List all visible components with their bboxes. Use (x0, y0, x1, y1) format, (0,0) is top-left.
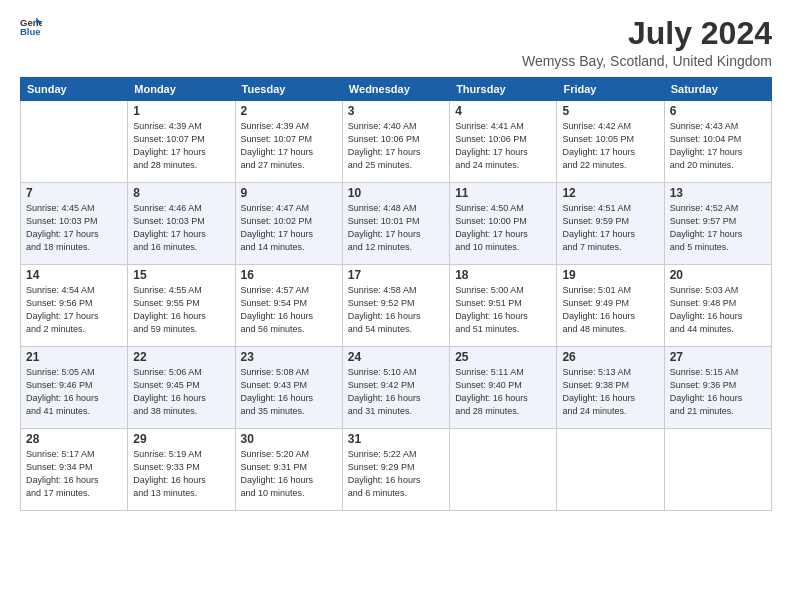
table-row: 3Sunrise: 4:40 AMSunset: 10:06 PMDayligh… (342, 101, 449, 183)
day-number: 23 (241, 350, 337, 364)
day-number: 7 (26, 186, 122, 200)
table-row: 7Sunrise: 4:45 AMSunset: 10:03 PMDayligh… (21, 183, 128, 265)
day-number: 14 (26, 268, 122, 282)
table-row (664, 429, 771, 511)
page: General Blue July 2024 Wemyss Bay, Scotl… (0, 0, 792, 612)
table-row (557, 429, 664, 511)
table-row: 9Sunrise: 4:47 AMSunset: 10:02 PMDayligh… (235, 183, 342, 265)
table-row: 22Sunrise: 5:06 AMSunset: 9:45 PMDayligh… (128, 347, 235, 429)
day-number: 4 (455, 104, 551, 118)
day-info: Sunrise: 5:03 AMSunset: 9:48 PMDaylight:… (670, 284, 766, 336)
day-info: Sunrise: 5:19 AMSunset: 9:33 PMDaylight:… (133, 448, 229, 500)
table-row: 19Sunrise: 5:01 AMSunset: 9:49 PMDayligh… (557, 265, 664, 347)
calendar-table: Sunday Monday Tuesday Wednesday Thursday… (20, 77, 772, 511)
table-row: 29Sunrise: 5:19 AMSunset: 9:33 PMDayligh… (128, 429, 235, 511)
day-info: Sunrise: 4:39 AMSunset: 10:07 PMDaylight… (133, 120, 229, 172)
table-row: 5Sunrise: 4:42 AMSunset: 10:05 PMDayligh… (557, 101, 664, 183)
day-number: 20 (670, 268, 766, 282)
day-number: 1 (133, 104, 229, 118)
day-info: Sunrise: 5:13 AMSunset: 9:38 PMDaylight:… (562, 366, 658, 418)
day-info: Sunrise: 5:17 AMSunset: 9:34 PMDaylight:… (26, 448, 122, 500)
day-info: Sunrise: 4:50 AMSunset: 10:00 PMDaylight… (455, 202, 551, 254)
day-info: Sunrise: 5:11 AMSunset: 9:40 PMDaylight:… (455, 366, 551, 418)
day-number: 2 (241, 104, 337, 118)
table-row: 11Sunrise: 4:50 AMSunset: 10:00 PMDaylig… (450, 183, 557, 265)
header: General Blue July 2024 Wemyss Bay, Scotl… (20, 16, 772, 69)
calendar-week-row: 28Sunrise: 5:17 AMSunset: 9:34 PMDayligh… (21, 429, 772, 511)
day-info: Sunrise: 4:54 AMSunset: 9:56 PMDaylight:… (26, 284, 122, 336)
table-row: 30Sunrise: 5:20 AMSunset: 9:31 PMDayligh… (235, 429, 342, 511)
table-row (21, 101, 128, 183)
table-row: 21Sunrise: 5:05 AMSunset: 9:46 PMDayligh… (21, 347, 128, 429)
table-row: 10Sunrise: 4:48 AMSunset: 10:01 PMDaylig… (342, 183, 449, 265)
calendar-week-row: 1Sunrise: 4:39 AMSunset: 10:07 PMDayligh… (21, 101, 772, 183)
table-row: 20Sunrise: 5:03 AMSunset: 9:48 PMDayligh… (664, 265, 771, 347)
day-info: Sunrise: 4:58 AMSunset: 9:52 PMDaylight:… (348, 284, 444, 336)
day-info: Sunrise: 5:20 AMSunset: 9:31 PMDaylight:… (241, 448, 337, 500)
month-title: July 2024 (522, 16, 772, 51)
day-number: 13 (670, 186, 766, 200)
day-number: 25 (455, 350, 551, 364)
table-row: 27Sunrise: 5:15 AMSunset: 9:36 PMDayligh… (664, 347, 771, 429)
day-info: Sunrise: 5:06 AMSunset: 9:45 PMDaylight:… (133, 366, 229, 418)
day-info: Sunrise: 5:22 AMSunset: 9:29 PMDaylight:… (348, 448, 444, 500)
day-number: 27 (670, 350, 766, 364)
table-row: 26Sunrise: 5:13 AMSunset: 9:38 PMDayligh… (557, 347, 664, 429)
table-row: 2Sunrise: 4:39 AMSunset: 10:07 PMDayligh… (235, 101, 342, 183)
day-number: 16 (241, 268, 337, 282)
day-number: 8 (133, 186, 229, 200)
table-row: 12Sunrise: 4:51 AMSunset: 9:59 PMDayligh… (557, 183, 664, 265)
day-number: 31 (348, 432, 444, 446)
calendar-week-row: 7Sunrise: 4:45 AMSunset: 10:03 PMDayligh… (21, 183, 772, 265)
table-row: 15Sunrise: 4:55 AMSunset: 9:55 PMDayligh… (128, 265, 235, 347)
col-tuesday: Tuesday (235, 78, 342, 101)
table-row: 24Sunrise: 5:10 AMSunset: 9:42 PMDayligh… (342, 347, 449, 429)
table-row (450, 429, 557, 511)
day-number: 28 (26, 432, 122, 446)
day-number: 22 (133, 350, 229, 364)
table-row: 16Sunrise: 4:57 AMSunset: 9:54 PMDayligh… (235, 265, 342, 347)
day-info: Sunrise: 4:45 AMSunset: 10:03 PMDaylight… (26, 202, 122, 254)
logo: General Blue (20, 16, 42, 38)
table-row: 18Sunrise: 5:00 AMSunset: 9:51 PMDayligh… (450, 265, 557, 347)
day-number: 18 (455, 268, 551, 282)
col-thursday: Thursday (450, 78, 557, 101)
col-monday: Monday (128, 78, 235, 101)
col-friday: Friday (557, 78, 664, 101)
table-row: 1Sunrise: 4:39 AMSunset: 10:07 PMDayligh… (128, 101, 235, 183)
table-row: 6Sunrise: 4:43 AMSunset: 10:04 PMDayligh… (664, 101, 771, 183)
day-info: Sunrise: 4:51 AMSunset: 9:59 PMDaylight:… (562, 202, 658, 254)
day-info: Sunrise: 5:05 AMSunset: 9:46 PMDaylight:… (26, 366, 122, 418)
day-info: Sunrise: 4:40 AMSunset: 10:06 PMDaylight… (348, 120, 444, 172)
table-row: 28Sunrise: 5:17 AMSunset: 9:34 PMDayligh… (21, 429, 128, 511)
day-number: 12 (562, 186, 658, 200)
col-saturday: Saturday (664, 78, 771, 101)
day-number: 5 (562, 104, 658, 118)
day-info: Sunrise: 4:43 AMSunset: 10:04 PMDaylight… (670, 120, 766, 172)
day-number: 19 (562, 268, 658, 282)
table-row: 23Sunrise: 5:08 AMSunset: 9:43 PMDayligh… (235, 347, 342, 429)
table-row: 31Sunrise: 5:22 AMSunset: 9:29 PMDayligh… (342, 429, 449, 511)
calendar-week-row: 14Sunrise: 4:54 AMSunset: 9:56 PMDayligh… (21, 265, 772, 347)
day-info: Sunrise: 4:47 AMSunset: 10:02 PMDaylight… (241, 202, 337, 254)
day-number: 17 (348, 268, 444, 282)
day-info: Sunrise: 4:55 AMSunset: 9:55 PMDaylight:… (133, 284, 229, 336)
day-info: Sunrise: 4:52 AMSunset: 9:57 PMDaylight:… (670, 202, 766, 254)
day-info: Sunrise: 5:10 AMSunset: 9:42 PMDaylight:… (348, 366, 444, 418)
day-number: 11 (455, 186, 551, 200)
logo-icon: General Blue (20, 16, 42, 38)
calendar-week-row: 21Sunrise: 5:05 AMSunset: 9:46 PMDayligh… (21, 347, 772, 429)
day-info: Sunrise: 5:15 AMSunset: 9:36 PMDaylight:… (670, 366, 766, 418)
day-info: Sunrise: 4:39 AMSunset: 10:07 PMDaylight… (241, 120, 337, 172)
day-number: 26 (562, 350, 658, 364)
day-info: Sunrise: 4:41 AMSunset: 10:06 PMDaylight… (455, 120, 551, 172)
table-row: 14Sunrise: 4:54 AMSunset: 9:56 PMDayligh… (21, 265, 128, 347)
day-info: Sunrise: 5:08 AMSunset: 9:43 PMDaylight:… (241, 366, 337, 418)
day-info: Sunrise: 4:46 AMSunset: 10:03 PMDaylight… (133, 202, 229, 254)
day-info: Sunrise: 4:42 AMSunset: 10:05 PMDaylight… (562, 120, 658, 172)
day-info: Sunrise: 5:01 AMSunset: 9:49 PMDaylight:… (562, 284, 658, 336)
day-info: Sunrise: 4:48 AMSunset: 10:01 PMDaylight… (348, 202, 444, 254)
table-row: 8Sunrise: 4:46 AMSunset: 10:03 PMDayligh… (128, 183, 235, 265)
table-row: 25Sunrise: 5:11 AMSunset: 9:40 PMDayligh… (450, 347, 557, 429)
day-number: 15 (133, 268, 229, 282)
